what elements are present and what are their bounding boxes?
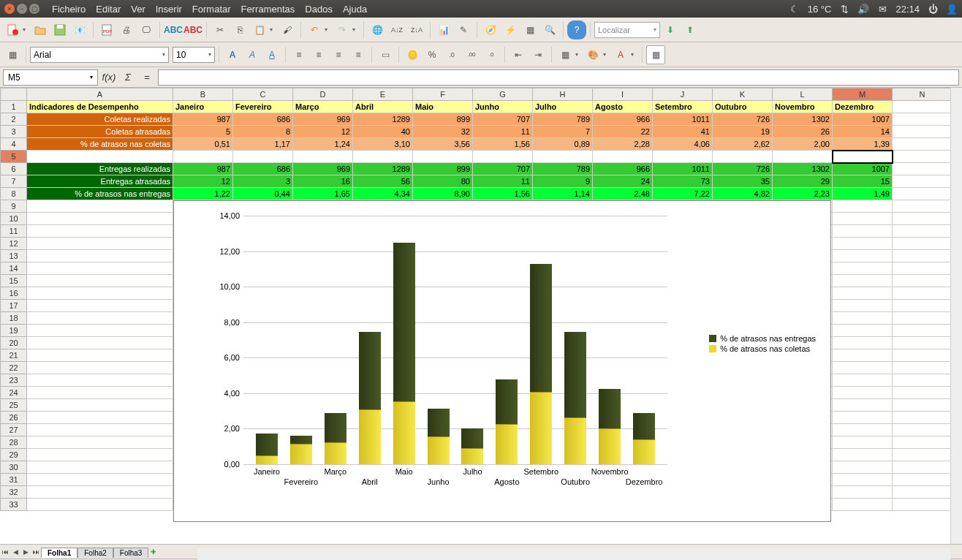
- cell-A4[interactable]: % de atrasos nas coletas: [27, 138, 173, 151]
- minimize-button[interactable]: −: [17, 4, 27, 14]
- row-header-10[interactable]: 10: [1, 213, 27, 225]
- cell-M27[interactable]: [833, 424, 893, 436]
- cell-L6[interactable]: 1302: [773, 163, 833, 175]
- cell-M2[interactable]: 1007: [833, 113, 893, 126]
- email-button[interactable]: 📧: [70, 20, 89, 39]
- save-button[interactable]: [50, 20, 69, 39]
- row-header-12[interactable]: 12: [1, 238, 27, 250]
- user-icon[interactable]: 👤: [946, 3, 958, 15]
- tab-folha2[interactable]: Folha2: [77, 548, 113, 558]
- redo-button[interactable]: ↷: [333, 20, 352, 39]
- cell-H2[interactable]: 789: [533, 113, 593, 126]
- cell-J8[interactable]: 7,22: [653, 188, 713, 200]
- cell-D4[interactable]: 1,24: [293, 138, 353, 151]
- row-header-14[interactable]: 14: [1, 262, 27, 275]
- cell-N9[interactable]: [893, 200, 952, 213]
- cell-A23[interactable]: [27, 374, 173, 387]
- cell-F4[interactable]: 3,56: [413, 138, 473, 151]
- cell-B2[interactable]: 987: [173, 113, 233, 126]
- cell-A14[interactable]: [27, 262, 173, 275]
- cell-M13[interactable]: [833, 250, 893, 262]
- cell-A1[interactable]: Indicadores de Desempenho: [27, 101, 173, 113]
- chart-object[interactable]: 0,002,004,006,008,0010,0012,0014,00 Jane…: [173, 200, 831, 522]
- cell-G3[interactable]: 11: [473, 126, 533, 138]
- col-header-F[interactable]: F: [413, 88, 473, 101]
- row-header-31[interactable]: 31: [1, 474, 27, 486]
- cell-M26[interactable]: [833, 412, 893, 424]
- pdf-button[interactable]: PDF: [97, 20, 116, 39]
- cell-H3[interactable]: 7: [533, 126, 593, 138]
- tab-prev[interactable]: ◀: [10, 547, 20, 557]
- copy-button[interactable]: ⎘: [230, 20, 249, 39]
- cell-B5[interactable]: [173, 151, 233, 163]
- cell-A12[interactable]: [27, 238, 173, 250]
- cell-A10[interactable]: [27, 213, 173, 225]
- cell-E5[interactable]: [353, 151, 413, 163]
- cell-N12[interactable]: [893, 238, 952, 250]
- cell-A18[interactable]: [27, 312, 173, 325]
- cell-M6[interactable]: 1007: [833, 163, 893, 175]
- tab-folha3[interactable]: Folha3: [113, 548, 149, 558]
- cell-K2[interactable]: 726: [713, 113, 773, 126]
- cell-H4[interactable]: 0,89: [533, 138, 593, 151]
- cell-A8[interactable]: % de atrasos nas entregas: [27, 188, 173, 200]
- cell-F7[interactable]: 80: [413, 175, 473, 188]
- cell-G2[interactable]: 707: [473, 113, 533, 126]
- chart-button[interactable]: 📊: [434, 20, 453, 39]
- row-header-25[interactable]: 25: [1, 399, 27, 412]
- datasource-button[interactable]: ▦: [520, 20, 539, 39]
- col-header-H[interactable]: H: [533, 88, 593, 101]
- cell-L7[interactable]: 29: [773, 175, 833, 188]
- row-header-33[interactable]: 33: [1, 499, 27, 511]
- add-decimal-button[interactable]: .00: [462, 45, 481, 64]
- number-button[interactable]: .0: [442, 45, 461, 64]
- cell-C7[interactable]: 3: [233, 175, 293, 188]
- cell-A7[interactable]: Entregas atrasadas: [27, 175, 173, 188]
- cell-B1[interactable]: Janeiro: [173, 101, 233, 113]
- row-header-20[interactable]: 20: [1, 337, 27, 349]
- cell-M11[interactable]: [833, 225, 893, 238]
- bold-button[interactable]: A: [223, 45, 242, 64]
- bgcolor-dropdown[interactable]: ▾: [603, 51, 610, 58]
- cell-J5[interactable]: [653, 151, 713, 163]
- grid-button[interactable]: ▦: [646, 45, 665, 64]
- cell-M21[interactable]: [833, 349, 893, 362]
- cell-A17[interactable]: [27, 300, 173, 312]
- cell-M9[interactable]: [833, 200, 893, 213]
- cell-N16[interactable]: [893, 287, 952, 300]
- cell-K3[interactable]: 19: [713, 126, 773, 138]
- sum-icon[interactable]: Σ: [120, 69, 136, 86]
- merge-cells-button[interactable]: ▭: [376, 45, 395, 64]
- cell-M18[interactable]: [833, 312, 893, 325]
- cell-G5[interactable]: [473, 151, 533, 163]
- find-prev-button[interactable]: ⬆: [681, 20, 700, 39]
- formula-input[interactable]: [158, 69, 959, 86]
- align-right-button[interactable]: ≡: [329, 45, 348, 64]
- cell-G6[interactable]: 707: [473, 163, 533, 175]
- row-header-2[interactable]: 2: [1, 113, 27, 126]
- row-header-17[interactable]: 17: [1, 300, 27, 312]
- cell-B3[interactable]: 5: [173, 126, 233, 138]
- percent-button[interactable]: %: [423, 45, 442, 64]
- network-icon[interactable]: ⇅: [838, 3, 850, 15]
- align-justify-button[interactable]: ≡: [349, 45, 368, 64]
- cell-D2[interactable]: 969: [293, 113, 353, 126]
- redo-dropdown[interactable]: ▾: [352, 26, 360, 33]
- cell-J3[interactable]: 41: [653, 126, 713, 138]
- find-input[interactable]: Localizar▾: [594, 22, 660, 38]
- new-dropdown[interactable]: ▾: [23, 26, 30, 33]
- cell-A9[interactable]: [27, 200, 173, 213]
- cell-M28[interactable]: [833, 436, 893, 449]
- cut-button[interactable]: ✂: [211, 20, 230, 39]
- cell-E6[interactable]: 1289: [353, 163, 413, 175]
- row-header-1[interactable]: 1: [1, 101, 27, 113]
- col-header-N[interactable]: N: [893, 88, 952, 101]
- cell-I5[interactable]: [593, 151, 653, 163]
- gallery-button[interactable]: ⚡: [501, 20, 520, 39]
- increase-indent-button[interactable]: ⇥: [529, 45, 548, 64]
- undo-button[interactable]: ↶: [305, 20, 324, 39]
- col-header-B[interactable]: B: [173, 88, 233, 101]
- shutdown-icon[interactable]: ⏻: [927, 3, 939, 15]
- cell-N7[interactable]: [893, 175, 952, 188]
- row-header-21[interactable]: 21: [1, 349, 27, 362]
